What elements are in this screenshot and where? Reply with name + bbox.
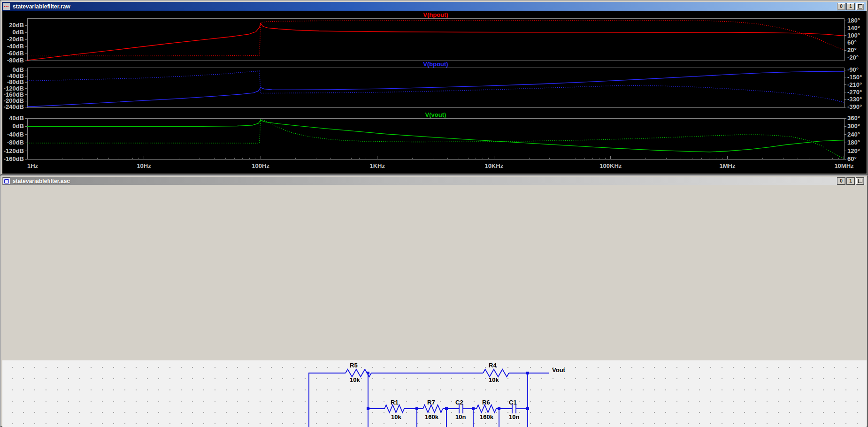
maximize-button[interactable] [856, 3, 864, 10]
resistor-R6[interactable] [476, 405, 496, 412]
junction-dot [445, 407, 448, 410]
junction-dot [472, 407, 475, 410]
left-axis-tick-label: -20dB [7, 36, 24, 43]
right-axis-tick-label: 360° [847, 114, 860, 122]
right-axis-tick-label: 180° [847, 139, 860, 146]
left-axis-tick-label: 20dB [9, 22, 24, 29]
left-axis-tick-label: -160dB [4, 155, 24, 162]
right-axis-tick-label: 240° [847, 131, 860, 138]
left-axis-tick-label: 0dB [12, 29, 24, 36]
right-axis-tick-label: -90° [847, 66, 859, 73]
right-axis-tick-label: 120° [847, 147, 860, 154]
component-ref-R4[interactable]: R4 [489, 362, 497, 368]
square-icon [858, 4, 862, 8]
left-axis-tick-label: -80dB [7, 139, 24, 146]
component-ref-R7[interactable]: R7 [427, 399, 435, 405]
maximize-button[interactable] [856, 177, 864, 185]
component-value-R4[interactable]: 10k [489, 377, 499, 383]
component-value-R7[interactable]: 160k [425, 414, 438, 420]
x-axis-tick-label: 10MHz [834, 162, 854, 169]
component-ref-R6[interactable]: R6 [482, 399, 490, 405]
left-axis-tick-label: -120dB [4, 147, 24, 154]
right-axis-tick-label: -150° [847, 74, 862, 81]
right-axis-tick-label: 180° [847, 17, 860, 24]
x-axis-tick-label: 1MHz [719, 162, 735, 169]
waveform-plot-svg: V(hpout)20dB0dB-20dB-40dB-60dB-80dB180°1… [2, 11, 867, 174]
restore-button[interactable]: 1 [846, 3, 855, 10]
component-ref-C2[interactable]: C2 [455, 399, 463, 405]
schematic-canvas[interactable]: R510kR410kR110kR7160kC210nR6160kC110nU1O… [2, 360, 867, 427]
junction-dot [526, 407, 529, 410]
x-axis-tick-label: 1KHz [369, 162, 385, 169]
junction-dot [415, 407, 418, 410]
waveform-titlebar[interactable]: statevariablefilter.raw 01 [2, 2, 866, 11]
component-value-R6[interactable]: 160k [480, 414, 493, 420]
x-axis-tick-label: 10Hz [137, 162, 151, 169]
left-axis-tick-label: -40dB [7, 43, 24, 50]
schematic-window: statevariablefilter.asc 01 R510kR410kR11… [0, 175, 868, 427]
right-axis-tick-label: -390° [847, 103, 862, 110]
component-value-R5[interactable]: 10k [350, 377, 360, 383]
right-axis-tick-label: -330° [847, 96, 862, 103]
right-axis-tick-label: 20° [847, 46, 857, 53]
right-axis-tick-label: -270° [847, 89, 862, 96]
left-axis-tick-label: -80dB [7, 57, 24, 64]
right-axis-tick-label: 60° [847, 39, 857, 46]
net-label-vout[interactable]: Vout [552, 367, 565, 373]
waveform-app-icon [3, 3, 10, 10]
minimize-button[interactable]: 0 [837, 3, 845, 10]
component-value-C1[interactable]: 10n [509, 414, 519, 420]
schematic-titlebar[interactable]: statevariablefilter.asc 01 [2, 177, 866, 185]
left-axis-tick-label: -240dB [4, 103, 24, 110]
minimize-button[interactable]: 0 [837, 177, 845, 185]
component-ref-R1[interactable]: R1 [391, 399, 399, 405]
waveform-window-title: statevariablefilter.raw [13, 3, 70, 10]
left-axis-tick-label: -40dB [7, 131, 24, 138]
x-axis-tick-label: 100Hz [252, 162, 269, 169]
pane-title: V(hpout) [423, 11, 448, 18]
waveform-plot-area[interactable]: V(hpout)20dB0dB-20dB-40dB-60dB-80dB180°1… [2, 11, 867, 174]
component-ref-R5[interactable]: R5 [350, 362, 358, 368]
right-axis-tick-label: 300° [847, 122, 860, 130]
x-axis-tick-label: 100KHz [599, 162, 622, 169]
junction-dot [526, 372, 529, 374]
pane-title: V(bpout) [423, 61, 448, 68]
right-axis-tick-label: -210° [847, 81, 862, 88]
junction-dot [367, 372, 369, 374]
right-axis-tick-label: 60° [847, 155, 857, 162]
component-value-C2[interactable]: 10n [455, 414, 466, 420]
junction-dot [367, 407, 369, 410]
x-axis-tick-label: 1Hz [27, 162, 38, 169]
right-axis-tick-label: -20° [847, 54, 859, 61]
x-axis-tick-label: 10KHz [484, 162, 503, 169]
left-axis-tick-label: 40dB [9, 114, 24, 122]
component-ref-C1[interactable]: C1 [509, 399, 517, 405]
waveform-window: statevariablefilter.raw 01 V(hpout)20dB0… [0, 0, 868, 175]
component-value-R1[interactable]: 10k [391, 414, 401, 420]
left-axis-tick-label: 0dB [12, 122, 24, 130]
resistor-R1[interactable] [384, 405, 404, 412]
square-icon [858, 179, 862, 183]
right-axis-tick-label: 100° [847, 32, 860, 39]
right-axis-tick-label: 140° [847, 24, 860, 31]
restore-button[interactable]: 1 [846, 177, 855, 185]
schematic-window-title: statevariablefilter.asc [13, 178, 70, 184]
schematic-app-icon [3, 177, 10, 185]
junction-dot [498, 407, 500, 410]
resistor-R7[interactable] [423, 405, 443, 412]
pane-title: V(vout) [425, 111, 446, 118]
resistor-R4[interactable] [483, 369, 509, 377]
left-axis-tick-label: -60dB [7, 50, 24, 57]
